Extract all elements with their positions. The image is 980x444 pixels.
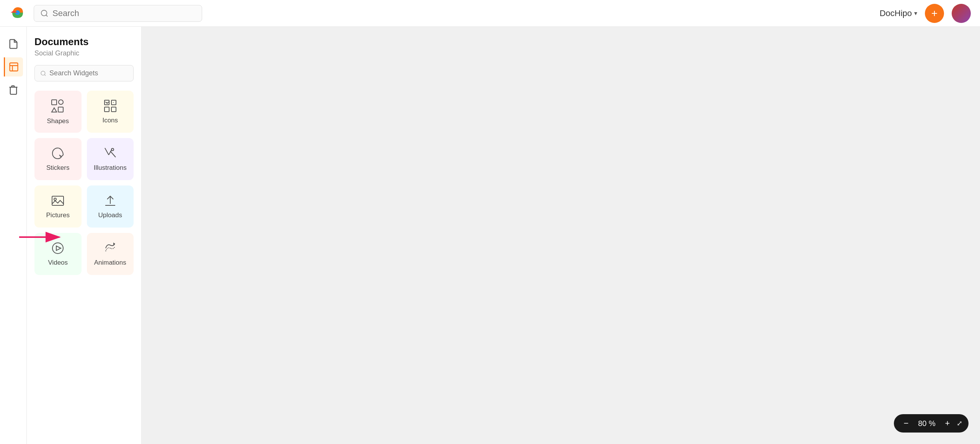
chevron-down-icon: ▾ bbox=[914, 10, 917, 17]
zoom-in-button[interactable]: + bbox=[941, 417, 954, 429]
svg-line-15 bbox=[110, 151, 116, 157]
search-icon bbox=[40, 9, 49, 18]
widget-card-shapes[interactable]: Shapes bbox=[34, 91, 82, 133]
widget-card-illustrations[interactable]: Illustrations bbox=[87, 138, 134, 180]
svg-rect-5 bbox=[52, 100, 57, 105]
svg-rect-17 bbox=[52, 196, 64, 205]
svg-line-13 bbox=[105, 148, 109, 155]
pictures-label: Pictures bbox=[46, 211, 70, 219]
avatar[interactable] bbox=[952, 4, 971, 23]
zoom-out-button[interactable]: − bbox=[900, 417, 912, 429]
zoom-expand-button[interactable]: ⤢ bbox=[957, 419, 962, 428]
shapes-label: Shapes bbox=[47, 117, 69, 125]
account-name[interactable]: DocHipo ▾ bbox=[880, 8, 917, 18]
animations-icon bbox=[103, 241, 117, 255]
stickers-label: Stickers bbox=[46, 164, 69, 172]
svg-point-16 bbox=[111, 148, 114, 151]
widget-card-icons[interactable]: Icons bbox=[87, 91, 134, 133]
widget-card-pictures[interactable]: Pictures bbox=[34, 185, 82, 228]
svg-rect-11 bbox=[105, 107, 109, 112]
nav-right: DocHipo ▾ + bbox=[880, 4, 971, 23]
arrow-icon bbox=[15, 226, 65, 249]
search-input[interactable] bbox=[52, 8, 196, 18]
svg-point-18 bbox=[54, 198, 56, 200]
zoom-controls: − 80 % + ⤢ bbox=[894, 414, 969, 433]
widget-card-stickers[interactable]: Stickers bbox=[34, 138, 82, 180]
svg-point-4 bbox=[41, 71, 45, 75]
sidebar-item-document[interactable] bbox=[4, 34, 23, 54]
top-nav: DocHipo ▾ + bbox=[0, 0, 980, 27]
logo[interactable] bbox=[9, 4, 26, 23]
sidebar-title: Documents bbox=[34, 36, 134, 48]
search-bar[interactable] bbox=[34, 5, 202, 22]
uploads-icon bbox=[103, 194, 117, 208]
svg-rect-8 bbox=[58, 107, 63, 112]
illustrations-label: Illustrations bbox=[94, 164, 127, 172]
svg-rect-3 bbox=[10, 63, 18, 71]
widget-card-uploads[interactable]: Uploads bbox=[87, 185, 134, 228]
svg-point-2 bbox=[41, 10, 47, 16]
shapes-icon bbox=[50, 98, 65, 114]
icons-label: Icons bbox=[102, 117, 118, 124]
stickers-icon bbox=[51, 146, 65, 160]
illustrations-icon bbox=[103, 146, 117, 160]
videos-label: Videos bbox=[48, 259, 68, 267]
widget-search-icon bbox=[40, 70, 46, 77]
arrow-annotation bbox=[15, 226, 65, 249]
uploads-label: Uploads bbox=[98, 211, 122, 219]
zoom-value: 80 % bbox=[915, 419, 938, 428]
pictures-icon bbox=[51, 194, 65, 208]
widget-card-animations[interactable]: Animations bbox=[87, 233, 134, 275]
widget-search-bar[interactable] bbox=[34, 65, 134, 81]
sidebar-item-template[interactable] bbox=[4, 57, 23, 76]
icons-icon bbox=[103, 99, 117, 113]
svg-rect-12 bbox=[111, 107, 116, 112]
svg-point-6 bbox=[59, 100, 63, 104]
sidebar-subtitle: Social Graphic bbox=[34, 49, 134, 57]
animations-label: Animations bbox=[94, 259, 126, 267]
sidebar-collapse-handle[interactable] bbox=[141, 226, 142, 245]
widget-search-input[interactable] bbox=[49, 69, 128, 77]
svg-marker-7 bbox=[52, 108, 57, 112]
sidebar-item-trash[interactable] bbox=[4, 80, 23, 99]
add-new-button[interactable]: + bbox=[925, 4, 944, 23]
